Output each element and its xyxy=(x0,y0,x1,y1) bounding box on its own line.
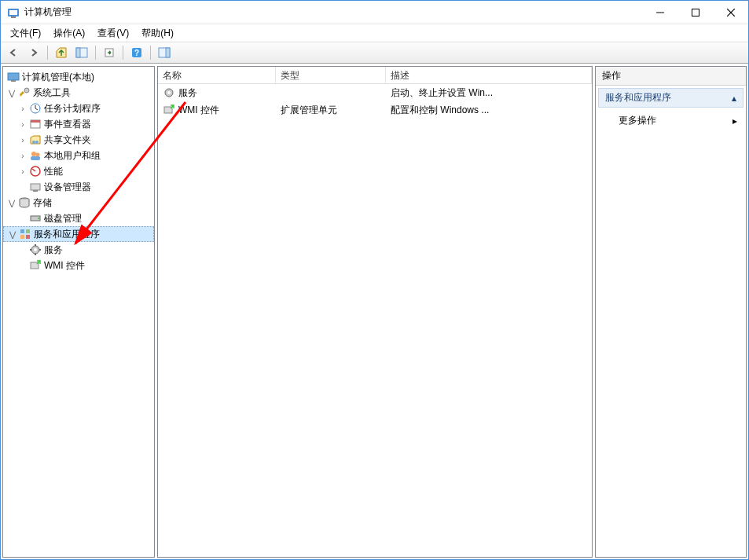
svg-point-16 xyxy=(24,88,29,93)
tree-services-apps[interactable]: ⋁ 服务和应用程序 xyxy=(3,226,154,242)
tree-task-scheduler[interactable]: › 任务计划程序 xyxy=(3,101,154,116)
tree-disk-management[interactable]: 磁盘管理 xyxy=(3,210,154,226)
tree-label: 性能 xyxy=(44,165,63,178)
cell-text: 启动、终止并设置 Win... xyxy=(386,86,592,100)
tools-icon xyxy=(18,86,31,99)
list-pane: 名称 类型 描述 服务 启动、终止并设置 Win... WMI 控件 xyxy=(157,66,593,558)
tree-label: 事件查看器 xyxy=(44,118,91,131)
gear-icon xyxy=(29,243,42,256)
content-area: 计算机管理(本地) ⋁ 系统工具 › 任务计划程序 › 事件查看器 xyxy=(2,65,747,558)
collapse-icon[interactable]: ⋁ xyxy=(6,199,17,207)
toolbar-separator xyxy=(123,46,123,60)
tree-system-tools[interactable]: ⋁ 系统工具 xyxy=(3,85,154,101)
expand-icon[interactable]: › xyxy=(17,120,28,129)
performance-icon xyxy=(29,165,42,178)
cell-text: 配置和控制 Windows ... xyxy=(386,104,592,117)
tree-performance[interactable]: › 性能 xyxy=(3,163,154,179)
expand-icon[interactable]: › xyxy=(17,167,28,176)
svg-point-30 xyxy=(38,218,39,219)
computer-icon xyxy=(7,71,20,83)
actions-header: 操作 xyxy=(596,67,746,86)
svg-text:?: ? xyxy=(134,49,139,57)
tree-event-viewer[interactable]: › 事件查看器 xyxy=(3,116,154,132)
actions-group-title[interactable]: 服务和应用程序 ▴ xyxy=(598,88,743,108)
help-button[interactable]: ? xyxy=(127,44,146,61)
chevron-right-icon: ▸ xyxy=(732,115,737,126)
titlebar: 计算机管理 xyxy=(1,1,748,24)
tree-label: 磁盘管理 xyxy=(44,212,82,225)
window-controls xyxy=(642,1,748,24)
export-button[interactable] xyxy=(100,44,119,61)
event-icon xyxy=(29,118,42,130)
expand-icon[interactable]: › xyxy=(17,152,28,160)
up-button[interactable] xyxy=(52,44,71,61)
list-header: 名称 类型 描述 xyxy=(158,67,592,84)
users-icon xyxy=(29,149,42,162)
close-button[interactable] xyxy=(713,1,748,24)
tree-device-manager[interactable]: 设备管理器 xyxy=(3,179,154,195)
list-body[interactable]: 服务 启动、终止并设置 Win... WMI 控件 扩展管理单元 配置和控制 W… xyxy=(158,84,592,557)
app-icon xyxy=(7,6,20,19)
list-row[interactable]: WMI 控件 扩展管理单元 配置和控制 Windows ... xyxy=(158,101,592,119)
collapse-icon[interactable]: ⋁ xyxy=(7,230,18,239)
actions-group-label: 服务和应用程序 xyxy=(605,91,671,104)
show-hide-tree-button[interactable] xyxy=(72,44,91,61)
clock-icon xyxy=(29,102,42,115)
tree-shared-folders[interactable]: › 共享文件夹 xyxy=(3,132,154,148)
tree-label: 存储 xyxy=(33,196,52,210)
svg-rect-2 xyxy=(11,16,16,18)
show-hide-actions-button[interactable] xyxy=(155,44,174,61)
maximize-button[interactable] xyxy=(677,1,713,24)
minimize-button[interactable] xyxy=(642,1,677,24)
menu-help[interactable]: 帮助(H) xyxy=(137,25,178,42)
svg-rect-24 xyxy=(31,156,40,160)
gear-icon xyxy=(163,86,175,99)
wmi-icon xyxy=(163,104,175,116)
column-desc[interactable]: 描述 xyxy=(386,67,592,83)
svg-rect-26 xyxy=(31,184,40,190)
svg-rect-34 xyxy=(26,235,30,239)
svg-point-36 xyxy=(34,248,37,251)
svg-rect-27 xyxy=(33,190,38,192)
toolbar-separator xyxy=(47,46,48,60)
tree-label: 设备管理器 xyxy=(44,181,91,194)
storage-icon xyxy=(18,196,31,209)
wmi-icon xyxy=(29,259,42,272)
svg-rect-14 xyxy=(8,73,19,80)
list-row[interactable]: 服务 启动、终止并设置 Win... xyxy=(158,84,592,101)
expand-icon[interactable]: › xyxy=(17,136,28,145)
svg-point-21 xyxy=(35,141,39,144)
tree-label: 共享文件夹 xyxy=(44,134,91,147)
services-apps-icon xyxy=(19,228,31,240)
tree-local-users[interactable]: › 本地用户和组 xyxy=(3,148,154,163)
back-button[interactable] xyxy=(4,44,23,61)
tree-pane[interactable]: 计算机管理(本地) ⋁ 系统工具 › 任务计划程序 › 事件查看器 xyxy=(2,66,155,558)
cell-text: 服务 xyxy=(178,86,197,100)
disk-icon xyxy=(29,212,42,225)
toolbar: ? xyxy=(1,42,748,64)
tree-label: 计算机管理(本地) xyxy=(22,71,94,84)
svg-rect-4 xyxy=(692,9,699,16)
collapse-icon[interactable]: ⋁ xyxy=(6,89,17,97)
svg-point-39 xyxy=(167,91,171,94)
toolbar-separator xyxy=(150,46,151,60)
menubar: 文件(F) 操作(A) 查看(V) 帮助(H) xyxy=(1,24,748,42)
tree-storage[interactable]: ⋁ 存储 xyxy=(3,195,154,210)
actions-more[interactable]: 更多操作 ▸ xyxy=(598,111,743,130)
svg-rect-32 xyxy=(26,229,30,233)
expand-icon[interactable]: › xyxy=(17,104,28,113)
svg-point-20 xyxy=(32,141,35,144)
menu-view[interactable]: 查看(V) xyxy=(93,25,134,42)
svg-point-22 xyxy=(31,152,36,156)
toolbar-separator xyxy=(95,46,96,60)
svg-rect-19 xyxy=(31,120,40,123)
column-name[interactable]: 名称 xyxy=(158,67,276,83)
forward-button[interactable] xyxy=(24,44,43,61)
menu-file[interactable]: 文件(F) xyxy=(6,25,46,42)
column-type[interactable]: 类型 xyxy=(276,67,386,83)
menu-action[interactable]: 操作(A) xyxy=(49,25,90,42)
tree-wmi[interactable]: WMI 控件 xyxy=(3,258,154,273)
tree-services[interactable]: 服务 xyxy=(3,242,154,258)
actions-item-label: 更多操作 xyxy=(619,114,656,127)
tree-root[interactable]: 计算机管理(本地) xyxy=(3,69,154,85)
